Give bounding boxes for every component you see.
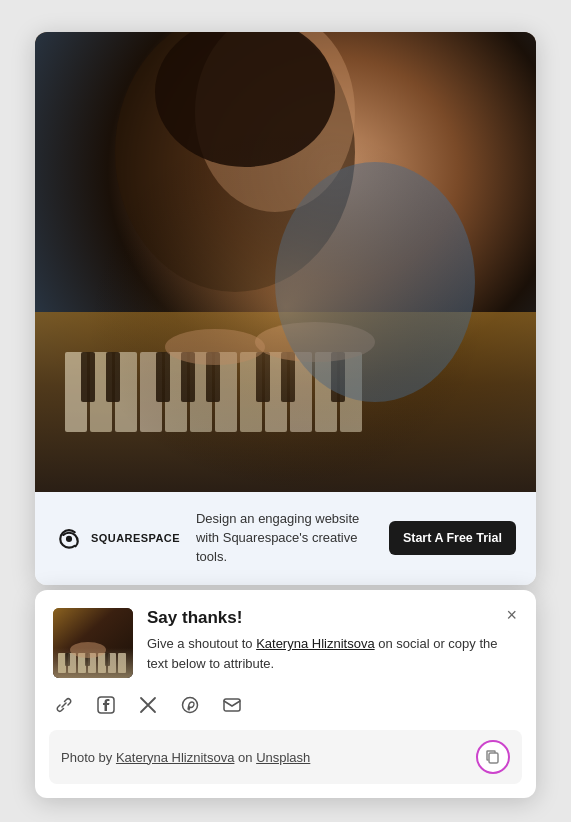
svg-rect-28 [35,32,536,492]
start-trial-button[interactable]: Start A Free Trial [389,521,516,555]
attr-photographer-link[interactable]: Kateryna Hliznitsova [116,750,235,765]
page-wrapper: SQUARESPACE Design an engaging website w… [0,0,571,822]
copy-button[interactable] [476,740,510,774]
attribution-content: Say thanks! Give a shoutout to Kateryna … [147,608,518,673]
say-thanks-title: Say thanks! [147,608,518,628]
attr-middle: on [234,750,256,765]
svg-rect-37 [118,653,126,673]
email-share-icon[interactable] [221,694,243,716]
attribution-text-bar: Photo by Kateryna Hliznitsova on Unsplas… [49,730,522,784]
photographer-link[interactable]: Kateryna Hliznitsova [256,636,375,651]
facebook-share-icon[interactable] [95,694,117,716]
desc-prefix: Give a shoutout to [147,636,256,651]
attribution-full-text: Photo by Kateryna Hliznitsova on Unsplas… [61,750,468,765]
squarespace-logo: SQUARESPACE [55,524,180,552]
copy-icon [485,749,501,765]
svg-rect-34 [88,653,96,673]
share-icons-row [35,690,536,730]
svg-rect-36 [108,653,116,673]
attribution-header: Say thanks! Give a shoutout to Kateryna … [35,590,536,690]
svg-point-43 [183,698,198,713]
svg-rect-40 [105,653,110,666]
svg-rect-33 [78,653,86,673]
close-button[interactable]: × [501,604,522,626]
ad-description: Design an engaging website with Squaresp… [196,510,373,567]
main-card: SQUARESPACE Design an engaging website w… [35,32,536,585]
pinterest-share-icon[interactable] [179,694,201,716]
svg-rect-45 [489,753,498,763]
svg-rect-39 [85,653,90,666]
svg-point-41 [70,642,106,658]
attr-platform-link[interactable]: Unsplash [256,750,310,765]
svg-rect-44 [224,699,240,711]
svg-rect-38 [65,653,70,666]
squarespace-brand-name: SQUARESPACE [91,532,180,544]
svg-rect-31 [58,653,66,673]
svg-rect-35 [98,653,106,673]
thumbnail-image [53,608,133,678]
svg-rect-32 [68,653,76,673]
attr-prefix: Photo by [61,750,116,765]
attribution-description: Give a shoutout to Kateryna Hliznitsova … [147,634,518,673]
attribution-card: Say thanks! Give a shoutout to Kateryna … [35,590,536,798]
svg-point-29 [66,536,72,542]
link-share-icon[interactable] [53,694,75,716]
squarespace-icon [55,524,83,552]
hero-image [35,32,536,492]
ad-banner: SQUARESPACE Design an engaging website w… [35,492,536,585]
twitter-x-share-icon[interactable] [137,694,159,716]
